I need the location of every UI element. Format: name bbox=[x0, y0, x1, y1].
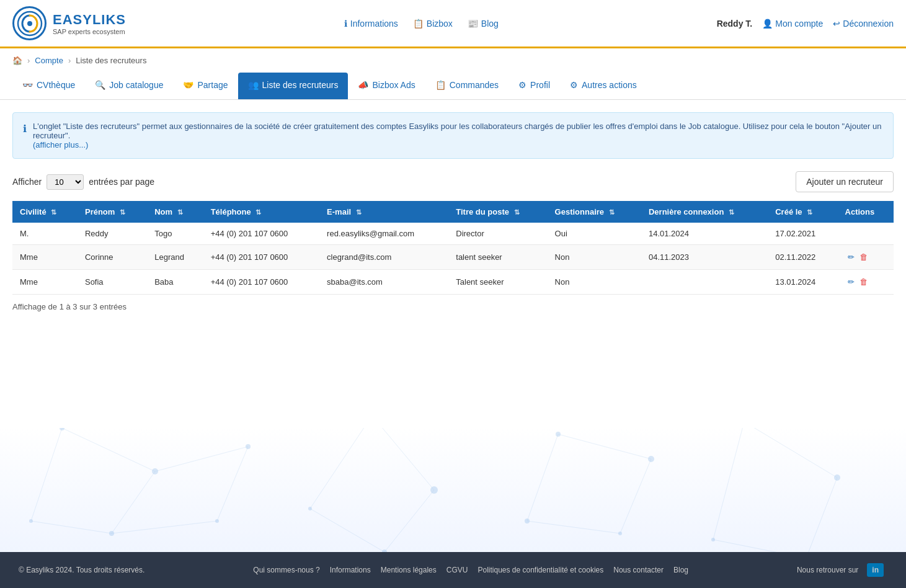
nav-informations[interactable]: ℹ Informations bbox=[344, 19, 398, 29]
logo-icon bbox=[12, 6, 47, 40]
footer-nous-contacter[interactable]: Nous contacter bbox=[613, 566, 664, 574]
nav-bizbox[interactable]: 📋 Bizbox bbox=[413, 19, 453, 29]
col-cree-le[interactable]: Créé le ⇅ bbox=[768, 201, 837, 223]
info-box-text: L'onglet "Liste des recruteurs" permet a… bbox=[33, 122, 883, 149]
recruiters-table: Civilité ⇅ Prénom ⇅ Nom ⇅ Téléphone ⇅ E-… bbox=[12, 201, 894, 295]
breadcrumb-compte[interactable]: Compte bbox=[35, 56, 63, 65]
svg-point-1 bbox=[27, 21, 32, 26]
col-titre[interactable]: Titre du poste ⇅ bbox=[448, 201, 547, 223]
svg-line-5 bbox=[31, 428, 62, 521]
tab-autres-actions[interactable]: ⚙ Autres actions bbox=[560, 73, 647, 99]
sort-icon-cree: ⇅ bbox=[807, 208, 812, 216]
table-actions-cell bbox=[838, 223, 894, 245]
footer-cgvu[interactable]: CGVU bbox=[446, 566, 468, 574]
svg-line-12 bbox=[310, 428, 372, 509]
svg-line-11 bbox=[310, 509, 384, 552]
footer-politiques[interactable]: Politiques de confidentialité et cookies bbox=[477, 566, 603, 574]
svg-line-10 bbox=[384, 490, 434, 552]
tab-commandes[interactable]: 📋 Commandes bbox=[425, 73, 509, 99]
footer-follow-label: Nous retrouver sur bbox=[797, 566, 858, 574]
delete-button[interactable]: 🗑 bbox=[857, 276, 870, 288]
logo-text: EASYLIKS SAP experts ecosystem bbox=[53, 12, 126, 35]
linkedin-link[interactable]: in bbox=[867, 563, 884, 577]
table-cell: +44 (0) 201 107 0600 bbox=[203, 245, 319, 270]
table-actions-cell: ✏🗑 bbox=[838, 270, 894, 295]
col-prenom[interactable]: Prénom ⇅ bbox=[78, 201, 147, 223]
col-nom[interactable]: Nom ⇅ bbox=[147, 201, 203, 223]
svg-line-8 bbox=[112, 521, 217, 533]
tab-profil[interactable]: ⚙ Profil bbox=[509, 73, 560, 99]
table-cell: Legrand bbox=[147, 245, 203, 270]
table-cell: Reddy bbox=[78, 223, 147, 245]
table-cell: Sofia bbox=[78, 270, 147, 295]
table-cell: talent seeker bbox=[448, 245, 547, 270]
show-entries-label-before: Afficher bbox=[12, 177, 42, 187]
edit-button[interactable]: ✏ bbox=[845, 251, 857, 263]
add-recruiter-button[interactable]: Ajouter un recruteur bbox=[796, 171, 894, 192]
logo-area: EASYLIKS SAP experts ecosystem bbox=[12, 6, 126, 40]
table-cell: +44 (0) 201 107 0600 bbox=[203, 270, 319, 295]
tab-bizbox-ads[interactable]: 📣 Bizbox Ads bbox=[348, 73, 425, 99]
tab-liste-recruteurs[interactable]: 👥 Liste des recruteurs bbox=[238, 73, 349, 99]
entries-per-page-select[interactable]: 5 10 25 50 100 bbox=[47, 174, 84, 190]
col-gestionnaire[interactable]: Gestionnaire ⇅ bbox=[548, 201, 641, 223]
svg-line-14 bbox=[620, 459, 651, 533]
info-icon: ℹ bbox=[344, 19, 347, 29]
nav-blog[interactable]: 📰 Blog bbox=[468, 19, 499, 29]
col-derniere-connexion[interactable]: Dernière connexion ⇅ bbox=[641, 201, 768, 223]
svg-line-15 bbox=[527, 521, 620, 533]
table-cell: Talent seeker bbox=[448, 270, 547, 295]
sort-icon-gestionnaire: ⇅ bbox=[609, 208, 615, 216]
breadcrumb-home[interactable]: 🏠 bbox=[12, 56, 22, 65]
footer-copyright: © Easyliks 2024. Tous droits réservés. bbox=[19, 566, 144, 574]
svg-point-23 bbox=[109, 531, 114, 536]
footer-mentions-legales[interactable]: Mentions légales bbox=[381, 566, 437, 574]
info-box: ℹ L'onglet "Liste des recruteurs" permet… bbox=[12, 112, 894, 159]
breadcrumb: 🏠 › Compte › Liste des recruteurs bbox=[0, 48, 906, 73]
breadcrumb-sep-1: › bbox=[27, 56, 30, 65]
footer: © Easyliks 2024. Tous droits réservés. Q… bbox=[0, 552, 906, 588]
table-cell: Non bbox=[548, 270, 641, 295]
delete-button[interactable]: 🗑 bbox=[857, 251, 870, 263]
info-box-icon: ℹ bbox=[23, 123, 27, 149]
account-icon: 👤 bbox=[762, 19, 773, 29]
col-civilite[interactable]: Civilité ⇅ bbox=[12, 201, 78, 223]
col-email[interactable]: E-mail ⇅ bbox=[319, 201, 448, 223]
svg-line-18 bbox=[806, 478, 837, 552]
breadcrumb-sep-2: › bbox=[68, 56, 71, 65]
sort-icon-civilite: ⇅ bbox=[51, 208, 56, 216]
job-search-icon: 🔍 bbox=[95, 80, 105, 90]
deconnexion-link[interactable]: ↩ Déconnexion bbox=[833, 19, 894, 29]
table-cell: red.easyliks@gmail.com bbox=[319, 223, 448, 245]
nav-center: ℹ Informations 📋 Bizbox 📰 Blog bbox=[344, 19, 499, 29]
username: Reddy T. bbox=[717, 19, 753, 29]
show-more-link[interactable]: (afficher plus...) bbox=[33, 140, 88, 149]
blog-icon: 📰 bbox=[468, 19, 478, 29]
svg-point-26 bbox=[215, 519, 219, 523]
footer-links: Qui sommes-nous ? Informations Mentions … bbox=[249, 566, 692, 574]
footer-qui-sommes-nous[interactable]: Qui sommes-nous ? bbox=[253, 566, 319, 574]
table-row: MmeCorinneLegrand+44 (0) 201 107 0600cle… bbox=[12, 245, 894, 270]
col-telephone[interactable]: Téléphone ⇅ bbox=[203, 201, 319, 223]
tab-job-catalogue[interactable]: 🔍 Job catalogue bbox=[85, 73, 173, 99]
show-entries-label-after: entrées par page bbox=[89, 177, 154, 187]
tab-cvtheque[interactable]: 👓 CVthèque bbox=[12, 73, 85, 99]
edit-button[interactable]: ✏ bbox=[845, 276, 857, 288]
tab-partage[interactable]: 🤝 Partage bbox=[173, 73, 238, 99]
table-cell: +44 (0) 201 107 0600 bbox=[203, 223, 319, 245]
footer-informations[interactable]: Informations bbox=[330, 566, 371, 574]
logo-subtitle: SAP experts ecosystem bbox=[53, 28, 126, 35]
linkedin-icon: in bbox=[872, 566, 879, 574]
svg-line-6 bbox=[155, 447, 248, 471]
table-cell: sbaba@its.com bbox=[319, 270, 448, 295]
bizbox-icon: 📋 bbox=[413, 19, 424, 29]
table-header-row: Civilité ⇅ Prénom ⇅ Nom ⇅ Téléphone ⇅ E-… bbox=[12, 201, 894, 223]
ads-icon: 📣 bbox=[358, 80, 368, 90]
mon-compte-link[interactable]: 👤 Mon compte bbox=[762, 19, 823, 29]
svg-line-16 bbox=[527, 434, 558, 521]
footer-blog[interactable]: Blog bbox=[673, 566, 688, 574]
svg-point-25 bbox=[246, 444, 251, 449]
sort-icon-prenom: ⇅ bbox=[120, 208, 125, 216]
footer-right: Nous retrouver sur in bbox=[797, 563, 887, 577]
col-actions: Actions bbox=[838, 201, 894, 223]
